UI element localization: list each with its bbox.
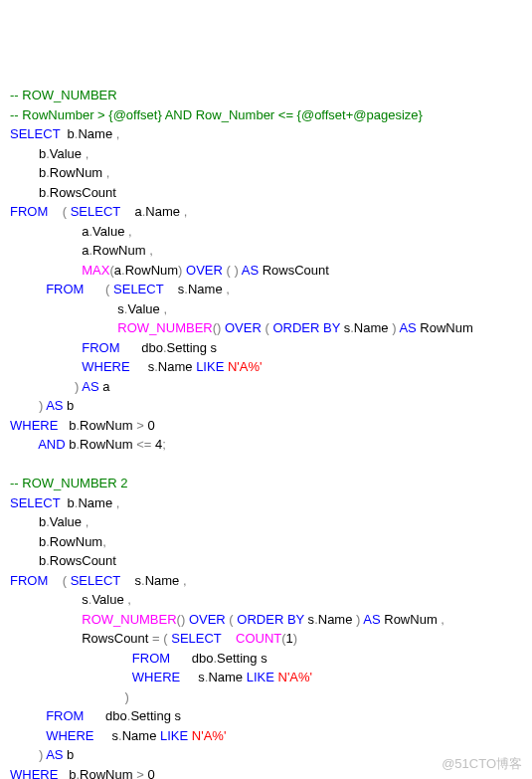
code-token: ) <box>178 263 182 278</box>
code-token: () <box>177 612 186 627</box>
code-token: () <box>213 320 222 335</box>
code-token: ( <box>163 631 167 646</box>
code-token: , <box>183 573 187 588</box>
code-token: . <box>121 263 125 278</box>
code-token: WHERE <box>10 767 58 780</box>
watermark-text: @51CTO博客 <box>442 754 522 774</box>
code-token: OVER <box>225 320 262 335</box>
code-token: SELECT <box>171 631 221 646</box>
code-token: . <box>76 767 80 780</box>
code-token: > <box>136 767 144 780</box>
code-token: . <box>124 301 128 316</box>
code-token: FROM <box>10 573 48 588</box>
code-token: > <box>136 418 144 433</box>
code-token: . <box>213 651 217 666</box>
code-token: . <box>46 534 50 549</box>
code-token: <= <box>136 437 151 452</box>
code-token: . <box>89 592 92 607</box>
code-token: . <box>184 282 188 296</box>
code-token: . <box>127 708 131 723</box>
code-token: FROM <box>10 204 48 219</box>
code-token: , <box>86 514 89 529</box>
sql-code-block: -- ROW_NUMBER -- RowNumber > {@offset} A… <box>10 86 522 779</box>
code-token: FROM <box>46 708 84 723</box>
code-token: = <box>152 631 160 646</box>
code-token: . <box>142 204 146 219</box>
code-token: . <box>46 165 50 180</box>
code-token: ( <box>109 263 113 278</box>
code-token: -- ROW_NUMBER 2 <box>10 476 127 490</box>
code-token: ( <box>281 631 285 646</box>
code-token: COUNT <box>236 631 281 646</box>
code-token: , <box>149 243 153 258</box>
code-token: WHERE <box>46 728 93 743</box>
code-token: AS <box>46 747 63 762</box>
code-token: FROM <box>46 282 84 296</box>
code-token: N'A%' <box>192 728 227 743</box>
code-token: . <box>46 553 50 568</box>
code-token: WHERE <box>132 670 180 684</box>
code-token: ( <box>265 320 268 335</box>
code-token: ) <box>75 379 79 394</box>
code-token: , <box>86 146 89 161</box>
code-token: . <box>314 612 318 627</box>
code-token: N'A%' <box>228 359 263 374</box>
code-token: , <box>116 126 120 141</box>
code-token: . <box>46 514 50 529</box>
code-token: ) <box>293 631 297 646</box>
code-token: FROM <box>132 651 170 666</box>
code-token: ) <box>356 612 360 627</box>
code-token: AS <box>363 612 380 627</box>
code-token: -- ROW_NUMBER <box>10 88 117 102</box>
code-token: ; <box>162 437 166 452</box>
code-token: SELECT <box>71 573 120 588</box>
code-token: LIKE <box>160 728 188 743</box>
code-token: LIKE <box>247 670 274 684</box>
code-token: AS <box>82 379 98 394</box>
code-token: , <box>226 282 230 296</box>
code-token: . <box>154 359 158 374</box>
code-token: , <box>163 301 167 316</box>
code-token: ) <box>392 320 396 335</box>
code-token: ( ) <box>227 263 239 278</box>
code-token: AND <box>38 437 65 452</box>
code-token: ( <box>105 282 109 296</box>
code-token: , <box>102 534 106 549</box>
code-token: OVER <box>186 263 223 278</box>
code-token: . <box>76 418 80 433</box>
code-token: . <box>141 573 145 588</box>
code-token: , <box>441 612 444 627</box>
code-token: , <box>128 224 132 239</box>
code-token: AS <box>399 320 416 335</box>
code-token: AS <box>46 398 63 413</box>
code-token: . <box>76 437 80 452</box>
code-token: . <box>163 340 167 355</box>
code-token: , <box>116 495 120 510</box>
code-token: . <box>46 146 50 161</box>
code-token: SELECT <box>113 282 163 296</box>
code-token: . <box>89 243 92 258</box>
code-token: , <box>184 204 188 219</box>
code-token: ) <box>39 747 43 762</box>
code-token: ( <box>63 573 67 588</box>
code-token: OVER <box>189 612 226 627</box>
code-token: SELECT <box>71 204 120 219</box>
code-token: ( <box>229 612 233 627</box>
code-token: AS <box>242 263 259 278</box>
code-token: . <box>89 224 92 239</box>
code-token: . <box>75 495 79 510</box>
code-token: . <box>75 126 79 141</box>
code-token: WHERE <box>10 418 58 433</box>
code-token: -- RowNumber > {@offset} AND Row_Number … <box>10 107 423 122</box>
code-token: ORDER BY <box>272 320 340 335</box>
code-token: , <box>127 592 131 607</box>
code-token: ( <box>63 204 67 219</box>
code-token: ROW_NUMBER <box>117 320 212 335</box>
code-token: . <box>46 185 50 200</box>
code-token: WHERE <box>82 359 129 374</box>
code-token: SELECT <box>10 126 60 141</box>
code-token: ROW_NUMBER <box>82 612 176 627</box>
code-token: ORDER BY <box>237 612 304 627</box>
code-token: N'A%' <box>278 670 313 684</box>
code-token: MAX <box>82 263 109 278</box>
